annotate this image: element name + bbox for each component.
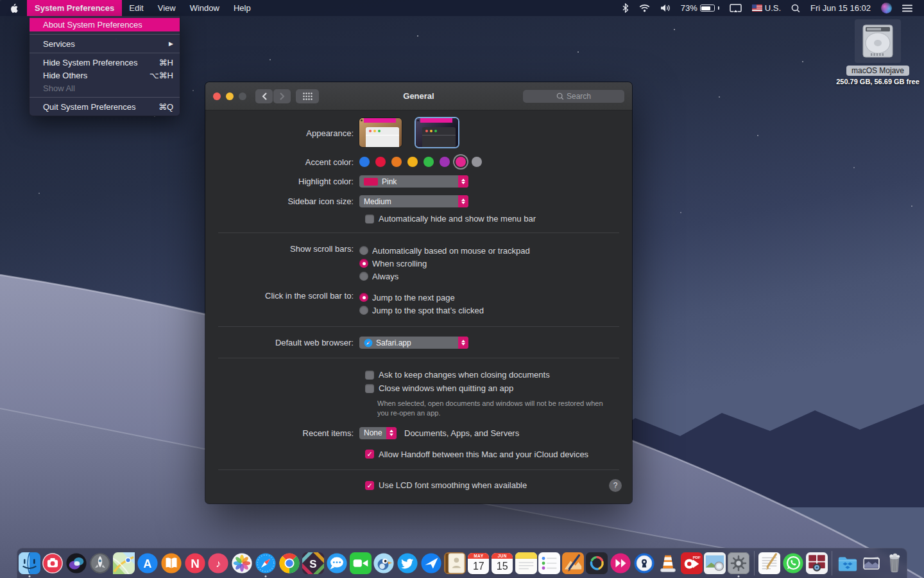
dock-finder-icon[interactable] [17, 549, 41, 577]
radio-option[interactable]: Automatically based on mouse or trackpad [359, 244, 530, 257]
menu-view[interactable]: View [151, 0, 183, 16]
radio-button-icon[interactable] [359, 293, 368, 302]
radio-button-icon[interactable] [359, 246, 368, 255]
dock-notes-icon[interactable] [514, 549, 538, 577]
accent-color-green[interactable] [424, 157, 434, 167]
dock-safari-icon[interactable] [254, 549, 278, 577]
accent-color-red[interactable] [375, 157, 386, 167]
dock-trash-icon[interactable] [883, 549, 907, 577]
radio-button-icon[interactable] [359, 259, 368, 268]
dock-maps-icon[interactable] [112, 549, 136, 577]
spotlight-icon[interactable] [786, 0, 805, 16]
checkbox-icon[interactable] [365, 215, 374, 223]
dock-calendar-icon[interactable]: MAY17 [466, 549, 490, 577]
bluetooth-icon[interactable] [617, 0, 634, 16]
radio-option[interactable]: Always [359, 270, 530, 283]
dock-whatsapp-icon[interactable] [782, 549, 805, 577]
dock-books-icon[interactable] [159, 549, 183, 577]
menu-item-services[interactable]: Services▶ [30, 37, 180, 50]
dock-slack-icon[interactable]: S [301, 549, 325, 577]
apple-menu[interactable] [0, 0, 27, 16]
dock-photo-booth-icon[interactable] [805, 549, 828, 577]
window-titlebar[interactable]: General Search [205, 82, 632, 110]
accent-color-purple[interactable] [440, 157, 450, 167]
menu-item-hide-others[interactable]: Hide Others⌥⌘H [30, 69, 180, 82]
radio-option[interactable]: When scrolling [359, 257, 530, 270]
menu-help[interactable]: Help [227, 0, 258, 16]
dock-dropbox-folder-icon[interactable] [835, 549, 859, 577]
dock-launchpad-icon[interactable] [89, 549, 112, 577]
dock-twitter-icon[interactable] [396, 549, 420, 577]
airplay-display-icon[interactable] [724, 0, 747, 16]
checkbox-ask-keep-changes[interactable]: Ask to keep changes when closing documen… [365, 369, 632, 380]
dock-photos-icon[interactable] [230, 549, 254, 577]
checkbox-icon[interactable]: ✓ [365, 450, 374, 459]
dock-reminders-icon[interactable] [538, 549, 561, 577]
sidebar-size-select[interactable]: Medium [359, 195, 468, 207]
dock-pdf-expert-icon[interactable]: PDF [680, 549, 703, 577]
input-source-flag[interactable]: U.S. [747, 0, 786, 16]
close-button[interactable] [213, 92, 221, 100]
radio-option[interactable]: Jump to the spot that’s clicked [359, 304, 484, 317]
menu-system-preferences[interactable]: System Preferences [27, 0, 122, 16]
dock-messages-icon[interactable] [325, 549, 348, 577]
accent-color-orange[interactable] [391, 157, 402, 167]
dock-chrome-icon[interactable] [278, 549, 302, 577]
menu-item-quit-system-preferences[interactable]: Quit System Preferences⌘Q [30, 100, 180, 113]
dock-fantastical-icon[interactable]: JUN15 [490, 549, 514, 577]
appearance-light-option[interactable] [359, 118, 402, 147]
menu-item-hide-system-preferences[interactable]: Hide System Preferences⌘H [30, 56, 180, 69]
checkbox-icon[interactable] [365, 371, 374, 380]
checkbox-close-windows[interactable]: Close windows when quitting an app [365, 383, 632, 394]
dock-news-icon[interactable]: N [183, 549, 207, 577]
dock-facetime-icon[interactable] [348, 549, 372, 577]
minimize-button[interactable] [226, 92, 234, 100]
dock-itunes-icon[interactable]: ♪ [207, 549, 230, 577]
help-button[interactable]: ? [609, 479, 622, 492]
desktop-disk-icon[interactable]: macOS Mojave 250.79 GB, 56.69 GB free [835, 19, 920, 85]
disk-label[interactable]: macOS Mojave [846, 66, 909, 76]
checkbox-allow-handoff[interactable]: ✓Allow Handoff between this Mac and your… [365, 449, 632, 460]
menubar-clock[interactable]: Fri Jun 15 16:02 [805, 0, 876, 16]
dock-textedit-icon[interactable] [758, 549, 782, 577]
search-input[interactable]: Search [523, 90, 624, 103]
checkbox-autohide-menubar[interactable]: Automatically hide and show the menu bar [365, 213, 632, 224]
dock-photo-viewer-icon[interactable] [703, 549, 727, 577]
menu-edit[interactable]: Edit [122, 0, 150, 16]
dock-vlc-icon[interactable] [656, 549, 680, 577]
checkbox-lcd-smoothing[interactable]: ✓Use LCD font smoothing when available [365, 480, 527, 491]
dock-pixelmator-pro-icon[interactable] [585, 549, 609, 577]
accent-color-pink[interactable] [456, 157, 466, 167]
dock-onepassword-icon[interactable] [632, 549, 656, 577]
dock-screenshots-stack-icon[interactable] [859, 549, 883, 577]
battery-indicator[interactable]: 73% [676, 0, 724, 16]
siri-icon[interactable] [876, 0, 897, 16]
radio-button-icon[interactable] [359, 306, 368, 315]
volume-icon[interactable] [655, 0, 676, 16]
accent-color-graphite[interactable] [472, 157, 482, 167]
default-browser-select[interactable]: Safari.app [359, 337, 468, 349]
recent-items-select[interactable]: None [359, 427, 397, 439]
radio-button-icon[interactable] [359, 272, 368, 281]
accent-color-yellow[interactable] [407, 157, 418, 167]
show-all-grid-button[interactable] [296, 89, 319, 103]
dock-pixelmator-icon[interactable] [561, 549, 585, 577]
dock-system-preferences-icon[interactable] [727, 549, 751, 577]
menu-item-about-system-preferences[interactable]: About System Preferences [30, 18, 180, 31]
wifi-icon[interactable] [634, 0, 655, 16]
dock-pink-arrows-icon[interactable] [609, 549, 633, 577]
appearance-dark-option-selected[interactable] [416, 118, 458, 147]
checkbox-icon[interactable] [365, 384, 374, 393]
dock-twitterrific-icon[interactable] [372, 549, 396, 577]
highlight-color-select[interactable]: Pink [359, 175, 468, 188]
radio-option[interactable]: Jump to the next page [359, 291, 484, 304]
dock-app-store-icon[interactable]: A [135, 549, 159, 577]
dock-siri-icon[interactable] [65, 549, 89, 577]
menu-window[interactable]: Window [183, 0, 227, 16]
back-button[interactable] [255, 89, 273, 103]
dock-spark-icon[interactable] [420, 549, 443, 577]
dock-contacts-icon[interactable] [443, 549, 467, 577]
checkbox-icon[interactable]: ✓ [365, 481, 374, 490]
notification-center-icon[interactable] [897, 0, 918, 16]
dock-screen-capture-icon[interactable] [41, 549, 65, 577]
